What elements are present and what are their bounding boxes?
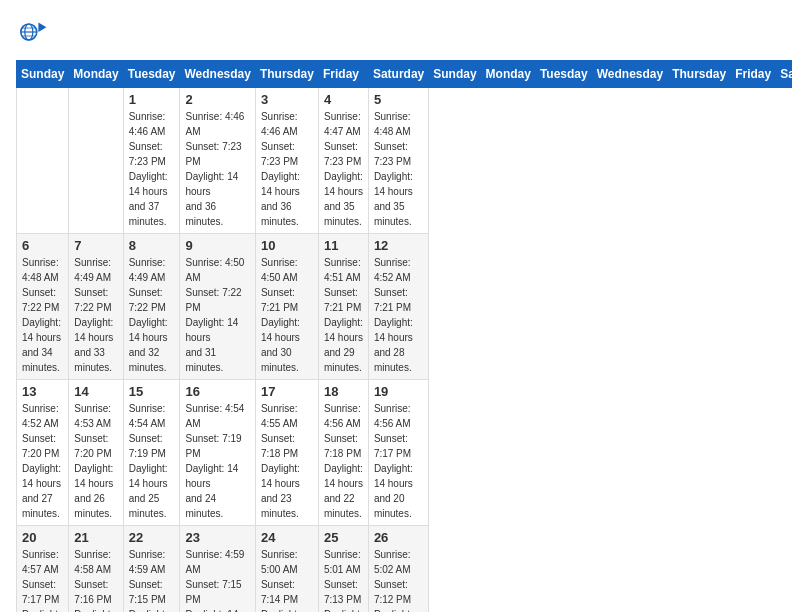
- day-info: Sunrise: 4:49 AM Sunset: 7:22 PM Dayligh…: [129, 255, 175, 375]
- calendar-cell: 17Sunrise: 4:55 AM Sunset: 7:18 PM Dayli…: [255, 380, 318, 526]
- day-number: 23: [185, 530, 249, 545]
- day-info: Sunrise: 4:46 AM Sunset: 7:23 PM Dayligh…: [185, 109, 249, 229]
- day-info: Sunrise: 4:55 AM Sunset: 7:18 PM Dayligh…: [261, 401, 313, 521]
- weekday-header-friday: Friday: [731, 61, 776, 88]
- day-info: Sunrise: 5:00 AM Sunset: 7:14 PM Dayligh…: [261, 547, 313, 612]
- calendar-cell: 16Sunrise: 4:54 AM Sunset: 7:19 PM Dayli…: [180, 380, 255, 526]
- page-header: [16, 16, 776, 48]
- day-number: 9: [185, 238, 249, 253]
- calendar-cell: 9Sunrise: 4:50 AM Sunset: 7:22 PM Daylig…: [180, 234, 255, 380]
- calendar-cell: 1Sunrise: 4:46 AM Sunset: 7:23 PM Daylig…: [123, 88, 180, 234]
- calendar-cell: 4Sunrise: 4:47 AM Sunset: 7:23 PM Daylig…: [318, 88, 368, 234]
- day-number: 6: [22, 238, 63, 253]
- calendar-header-row: SundayMondayTuesdayWednesdayThursdayFrid…: [17, 61, 793, 88]
- calendar-cell: 25Sunrise: 5:01 AM Sunset: 7:13 PM Dayli…: [318, 526, 368, 613]
- day-number: 19: [374, 384, 423, 399]
- day-number: 2: [185, 92, 249, 107]
- day-info: Sunrise: 4:59 AM Sunset: 7:15 PM Dayligh…: [129, 547, 175, 612]
- day-number: 15: [129, 384, 175, 399]
- weekday-header-sunday: Sunday: [17, 61, 69, 88]
- calendar-cell: 22Sunrise: 4:59 AM Sunset: 7:15 PM Dayli…: [123, 526, 180, 613]
- day-info: Sunrise: 5:02 AM Sunset: 7:12 PM Dayligh…: [374, 547, 423, 612]
- calendar-cell: 18Sunrise: 4:56 AM Sunset: 7:18 PM Dayli…: [318, 380, 368, 526]
- day-info: Sunrise: 4:54 AM Sunset: 7:19 PM Dayligh…: [185, 401, 249, 521]
- calendar-cell: 10Sunrise: 4:50 AM Sunset: 7:21 PM Dayli…: [255, 234, 318, 380]
- calendar-cell: 26Sunrise: 5:02 AM Sunset: 7:12 PM Dayli…: [368, 526, 428, 613]
- calendar-cell: 8Sunrise: 4:49 AM Sunset: 7:22 PM Daylig…: [123, 234, 180, 380]
- calendar-table: SundayMondayTuesdayWednesdayThursdayFrid…: [16, 60, 792, 612]
- calendar-cell: 14Sunrise: 4:53 AM Sunset: 7:20 PM Dayli…: [69, 380, 123, 526]
- calendar-week-row: 13Sunrise: 4:52 AM Sunset: 7:20 PM Dayli…: [17, 380, 793, 526]
- calendar-cell: 23Sunrise: 4:59 AM Sunset: 7:15 PM Dayli…: [180, 526, 255, 613]
- calendar-cell: 12Sunrise: 4:52 AM Sunset: 7:21 PM Dayli…: [368, 234, 428, 380]
- day-number: 17: [261, 384, 313, 399]
- weekday-header-saturday: Saturday: [368, 61, 428, 88]
- logo-icon: [16, 16, 48, 48]
- weekday-header-thursday: Thursday: [255, 61, 318, 88]
- day-number: 8: [129, 238, 175, 253]
- day-info: Sunrise: 4:48 AM Sunset: 7:22 PM Dayligh…: [22, 255, 63, 375]
- weekday-header-friday: Friday: [318, 61, 368, 88]
- weekday-header-tuesday: Tuesday: [535, 61, 592, 88]
- day-info: Sunrise: 4:56 AM Sunset: 7:18 PM Dayligh…: [324, 401, 363, 521]
- calendar-week-row: 20Sunrise: 4:57 AM Sunset: 7:17 PM Dayli…: [17, 526, 793, 613]
- day-info: Sunrise: 5:01 AM Sunset: 7:13 PM Dayligh…: [324, 547, 363, 612]
- day-number: 25: [324, 530, 363, 545]
- day-info: Sunrise: 4:52 AM Sunset: 7:20 PM Dayligh…: [22, 401, 63, 521]
- day-number: 26: [374, 530, 423, 545]
- weekday-header-wednesday: Wednesday: [592, 61, 667, 88]
- weekday-header-saturday: Saturday: [776, 61, 792, 88]
- calendar-cell: 7Sunrise: 4:49 AM Sunset: 7:22 PM Daylig…: [69, 234, 123, 380]
- day-info: Sunrise: 4:50 AM Sunset: 7:22 PM Dayligh…: [185, 255, 249, 375]
- calendar-cell: [17, 88, 69, 234]
- day-info: Sunrise: 4:57 AM Sunset: 7:17 PM Dayligh…: [22, 547, 63, 612]
- calendar-cell: 6Sunrise: 4:48 AM Sunset: 7:22 PM Daylig…: [17, 234, 69, 380]
- weekday-header-tuesday: Tuesday: [123, 61, 180, 88]
- day-number: 22: [129, 530, 175, 545]
- calendar-cell: 5Sunrise: 4:48 AM Sunset: 7:23 PM Daylig…: [368, 88, 428, 234]
- day-number: 3: [261, 92, 313, 107]
- weekday-header-monday: Monday: [481, 61, 535, 88]
- calendar-cell: 2Sunrise: 4:46 AM Sunset: 7:23 PM Daylig…: [180, 88, 255, 234]
- day-info: Sunrise: 4:52 AM Sunset: 7:21 PM Dayligh…: [374, 255, 423, 375]
- day-number: 21: [74, 530, 117, 545]
- day-info: Sunrise: 4:46 AM Sunset: 7:23 PM Dayligh…: [261, 109, 313, 229]
- day-number: 14: [74, 384, 117, 399]
- day-info: Sunrise: 4:54 AM Sunset: 7:19 PM Dayligh…: [129, 401, 175, 521]
- day-info: Sunrise: 4:48 AM Sunset: 7:23 PM Dayligh…: [374, 109, 423, 229]
- day-number: 7: [74, 238, 117, 253]
- calendar-cell: 24Sunrise: 5:00 AM Sunset: 7:14 PM Dayli…: [255, 526, 318, 613]
- weekday-header-sunday: Sunday: [429, 61, 481, 88]
- calendar-cell: [69, 88, 123, 234]
- day-number: 16: [185, 384, 249, 399]
- day-number: 11: [324, 238, 363, 253]
- day-info: Sunrise: 4:50 AM Sunset: 7:21 PM Dayligh…: [261, 255, 313, 375]
- day-number: 4: [324, 92, 363, 107]
- calendar-week-row: 6Sunrise: 4:48 AM Sunset: 7:22 PM Daylig…: [17, 234, 793, 380]
- calendar-cell: 3Sunrise: 4:46 AM Sunset: 7:23 PM Daylig…: [255, 88, 318, 234]
- day-number: 20: [22, 530, 63, 545]
- day-info: Sunrise: 4:58 AM Sunset: 7:16 PM Dayligh…: [74, 547, 117, 612]
- logo: [16, 16, 54, 48]
- day-info: Sunrise: 4:59 AM Sunset: 7:15 PM Dayligh…: [185, 547, 249, 612]
- weekday-header-monday: Monday: [69, 61, 123, 88]
- day-number: 13: [22, 384, 63, 399]
- weekday-header-wednesday: Wednesday: [180, 61, 255, 88]
- weekday-header-thursday: Thursday: [668, 61, 731, 88]
- day-number: 1: [129, 92, 175, 107]
- day-info: Sunrise: 4:56 AM Sunset: 7:17 PM Dayligh…: [374, 401, 423, 521]
- day-info: Sunrise: 4:51 AM Sunset: 7:21 PM Dayligh…: [324, 255, 363, 375]
- day-number: 12: [374, 238, 423, 253]
- day-number: 24: [261, 530, 313, 545]
- day-info: Sunrise: 4:47 AM Sunset: 7:23 PM Dayligh…: [324, 109, 363, 229]
- day-info: Sunrise: 4:46 AM Sunset: 7:23 PM Dayligh…: [129, 109, 175, 229]
- calendar-cell: 20Sunrise: 4:57 AM Sunset: 7:17 PM Dayli…: [17, 526, 69, 613]
- calendar-cell: 21Sunrise: 4:58 AM Sunset: 7:16 PM Dayli…: [69, 526, 123, 613]
- calendar-cell: 15Sunrise: 4:54 AM Sunset: 7:19 PM Dayli…: [123, 380, 180, 526]
- day-number: 5: [374, 92, 423, 107]
- calendar-week-row: 1Sunrise: 4:46 AM Sunset: 7:23 PM Daylig…: [17, 88, 793, 234]
- day-number: 18: [324, 384, 363, 399]
- day-number: 10: [261, 238, 313, 253]
- calendar-cell: 13Sunrise: 4:52 AM Sunset: 7:20 PM Dayli…: [17, 380, 69, 526]
- day-info: Sunrise: 4:49 AM Sunset: 7:22 PM Dayligh…: [74, 255, 117, 375]
